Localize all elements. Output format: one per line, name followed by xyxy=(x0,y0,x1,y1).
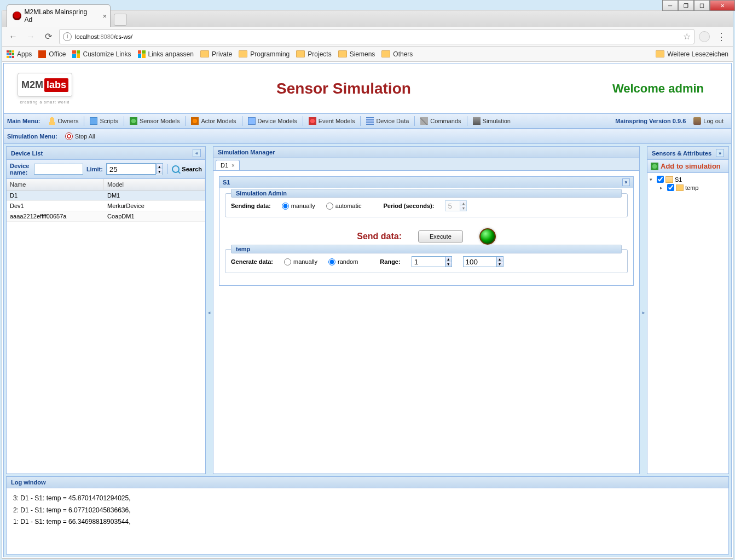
table-row[interactable]: D1DM1 xyxy=(7,190,205,201)
limit-input[interactable] xyxy=(107,164,156,175)
period-spinner[interactable]: ▲▼ xyxy=(445,200,467,211)
splitter-left[interactable] xyxy=(208,146,211,474)
window-minimize-button[interactable]: ─ xyxy=(662,0,678,11)
device-name-input[interactable] xyxy=(34,164,83,175)
bookmark-overflow[interactable]: Weitere Lesezeichen xyxy=(656,50,728,58)
site-info-icon[interactable]: i xyxy=(63,32,72,41)
menu-device-models[interactable]: Device Models xyxy=(244,116,302,126)
device-name-label: Device name: xyxy=(10,163,31,176)
folder-icon xyxy=(381,50,390,57)
collapse-right-icon[interactable]: » xyxy=(716,149,724,157)
url-bar[interactable]: i localhost:8080/cs-ws/ ☆ xyxy=(59,29,695,44)
reload-button[interactable]: ⟳ xyxy=(42,30,55,43)
simulation-menu-bar: Simulation Menu: Stop All xyxy=(4,129,731,144)
tree-node-temp[interactable]: ▸ temp xyxy=(650,183,726,192)
spinner-down-icon: ▼ xyxy=(460,206,466,211)
main-menu-bar: Main Menu: Owners Scripts Sensor Models … xyxy=(4,113,731,129)
temp-legend: temp xyxy=(231,245,622,253)
bookmark-others[interactable]: Others xyxy=(381,50,413,58)
person-icon xyxy=(48,117,56,125)
log-line: 2: D1 - S1: temp = 6.077102045836636, xyxy=(13,505,722,517)
menu-simulation[interactable]: Simulation xyxy=(468,116,515,126)
stop-all-button[interactable]: Stop All xyxy=(61,131,100,142)
data-icon xyxy=(366,117,374,125)
execute-button[interactable]: Execute xyxy=(418,230,463,243)
spinner-up-icon[interactable]: ▲ xyxy=(445,257,452,262)
bookmark-links[interactable]: Links anpassen xyxy=(138,50,194,58)
s1-title: S1 xyxy=(223,179,230,186)
radio-gen-random[interactable]: random xyxy=(328,258,358,265)
window-close-button[interactable]: ✕ xyxy=(710,0,735,11)
bookmark-projects[interactable]: Projects xyxy=(296,50,331,58)
range-max-input[interactable] xyxy=(464,257,496,267)
spinner-down-icon[interactable]: ▼ xyxy=(445,262,452,267)
browser-menu-button[interactable]: ⋮ xyxy=(714,31,728,43)
tree-checkbox-s1[interactable] xyxy=(657,176,664,183)
menu-device-data[interactable]: Device Data xyxy=(362,116,413,126)
search-icon xyxy=(172,165,180,173)
windows-icon xyxy=(72,50,80,58)
logout-icon xyxy=(693,117,701,125)
menu-actor-models[interactable]: Actor Models xyxy=(187,116,240,126)
browser-nav-bar: ← → ⟳ i localhost:8080/cs-ws/ ☆ ⋮ xyxy=(2,27,733,47)
spinner-down-icon[interactable]: ▼ xyxy=(497,262,503,267)
tab-d1[interactable]: D1 × xyxy=(216,160,240,170)
menu-scripts[interactable]: Scripts xyxy=(85,116,123,126)
new-tab-button[interactable] xyxy=(114,14,127,26)
column-model[interactable]: Model xyxy=(104,179,205,190)
bookmark-star-icon[interactable]: ☆ xyxy=(683,31,691,42)
url-input[interactable] xyxy=(132,32,683,41)
extension-icon[interactable] xyxy=(699,31,710,42)
table-row[interactable]: aaaa2212effff00657aCoapDM1 xyxy=(7,211,205,222)
forward-button[interactable]: → xyxy=(24,30,37,43)
back-button[interactable]: ← xyxy=(7,30,20,43)
folder-icon xyxy=(296,50,305,57)
bookmark-private[interactable]: Private xyxy=(200,50,232,58)
tree-checkbox-temp[interactable] xyxy=(667,184,674,191)
table-row[interactable]: Dev1MerkurDevice xyxy=(7,201,205,211)
range-min-spinner[interactable]: ▲▼ xyxy=(412,256,452,267)
spinner-down-icon[interactable]: ▼ xyxy=(157,169,163,174)
add-to-simulation-link[interactable]: Add to simulation xyxy=(661,162,721,170)
limit-label: Limit: xyxy=(86,166,103,172)
tab-close-icon[interactable]: × xyxy=(102,12,107,20)
search-button[interactable]: Search xyxy=(172,165,202,173)
spinner-up-icon[interactable]: ▲ xyxy=(497,257,503,262)
collapse-left-icon[interactable]: « xyxy=(193,149,201,157)
bookmark-apps[interactable]: Apps xyxy=(7,50,32,58)
add-icon xyxy=(651,163,658,170)
menu-event-models[interactable]: Event Models xyxy=(304,116,360,126)
window-restore-button[interactable]: ❐ xyxy=(678,0,694,11)
tree-toggle-icon[interactable]: ▾ xyxy=(650,177,655,182)
menu-owners[interactable]: Owners xyxy=(44,116,83,126)
radio-gen-manually[interactable]: manually xyxy=(284,258,317,265)
radio-automatic[interactable]: automatic xyxy=(326,203,362,210)
bookmark-customize[interactable]: Customize Links xyxy=(72,50,131,58)
spinner-up-icon[interactable]: ▲ xyxy=(157,164,163,169)
sensor-icon xyxy=(130,117,137,125)
limit-spinner[interactable]: ▲▼ xyxy=(106,163,163,175)
menu-sensor-models[interactable]: Sensor Models xyxy=(125,116,184,126)
tree-node-s1[interactable]: ▾ S1 xyxy=(650,175,726,183)
column-name[interactable]: Name xyxy=(7,179,104,190)
window-maximize-button[interactable]: ☐ xyxy=(694,0,710,11)
close-s1-icon[interactable]: × xyxy=(622,178,630,186)
range-min-input[interactable] xyxy=(412,257,445,267)
browser-tab-active[interactable]: M2MLabs Mainspring Ad × xyxy=(7,4,111,27)
bookmark-siemens[interactable]: Siemens xyxy=(338,50,375,58)
bookmark-office[interactable]: Office xyxy=(38,50,66,58)
bookmark-programming[interactable]: Programming xyxy=(239,50,290,58)
office-icon xyxy=(38,50,46,58)
sim-admin-legend: Simulation Admin xyxy=(231,189,622,198)
sim-menu-label: Simulation Menu: xyxy=(7,133,57,140)
splitter-right[interactable] xyxy=(642,146,645,474)
browser-tab-title: M2MLabs Mainspring Ad xyxy=(25,8,95,24)
tree-toggle-icon[interactable]: ▸ xyxy=(660,185,665,190)
radio-manually[interactable]: manually xyxy=(282,203,315,210)
simulation-manager-panel: Simulation Manager D1 × S1 × xyxy=(213,146,640,474)
menu-commands[interactable]: Commands xyxy=(416,116,465,126)
period-label: Period (seconds): xyxy=(383,203,434,209)
tab-close-icon[interactable]: × xyxy=(232,163,235,169)
range-max-spinner[interactable]: ▲▼ xyxy=(463,256,503,267)
logout-button[interactable]: Log out xyxy=(689,116,728,126)
